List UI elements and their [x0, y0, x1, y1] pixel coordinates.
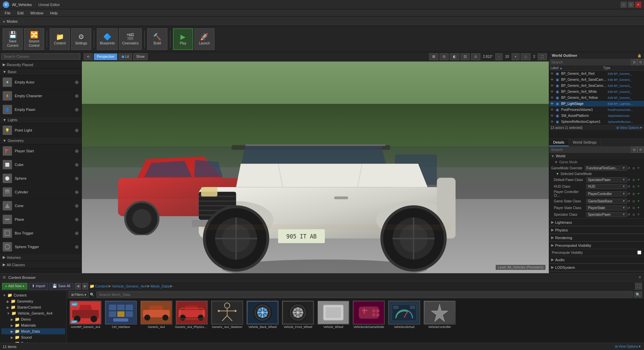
show-button[interactable]: Show — [133, 53, 148, 60]
precomputed-vis-header[interactable]: ▶ Precomputed Visibility — [549, 242, 644, 249]
save-all-button[interactable]: 💾 Save All — [49, 283, 73, 290]
bp-red-edit[interactable]: Edit BP_Generic_ — [608, 72, 643, 75]
launch-button[interactable]: 🚀 Launch — [194, 28, 214, 50]
asset-back-wheel[interactable]: Vehicle_Back_Wheel — [246, 301, 279, 341]
outliner-search-input[interactable] — [549, 59, 631, 65]
vp-grid-up[interactable]: + — [512, 53, 520, 60]
asset-adv-game-mode[interactable]: VehicleAdvGameMode — [352, 301, 385, 341]
asset-front-wheel[interactable]: Vehicle_Front_Wheel — [281, 301, 315, 341]
folder-geometry[interactable]: ▶ 📁 Geometry — [1, 298, 65, 304]
asset-search-btn[interactable]: 🔍 — [634, 292, 642, 298]
asset-search-input[interactable] — [97, 292, 633, 298]
details-settings-btn[interactable]: ⚙ — [637, 147, 644, 153]
cone-item[interactable]: Cone ⊕ — [0, 199, 82, 213]
world-settings-tab[interactable]: World Settings — [569, 139, 601, 146]
player-controller-value[interactable]: PlayerController ▼ — [586, 191, 627, 196]
hud-browse[interactable]: ⊙ — [632, 185, 637, 188]
plane-item[interactable]: Plane ⊕ — [0, 213, 82, 226]
vp-icon-1[interactable]: ⊞ — [429, 53, 438, 60]
details-tab[interactable]: Details — [549, 139, 569, 146]
menu-file[interactable]: File — [1, 10, 14, 16]
blueprints-button[interactable]: 🔷 Blueprints — [97, 28, 118, 50]
empty-actor-item[interactable]: ✦ Empty Actor ⊕ — [0, 75, 82, 89]
col-type-header[interactable]: Type — [603, 66, 643, 70]
search-classes-input[interactable] — [1, 53, 80, 59]
asset-skeleton[interactable]: Generic_4x4_Skeleton — [210, 301, 244, 341]
folder-demo[interactable]: ▶ 📁 Demo — [1, 316, 65, 322]
game-mode-header[interactable]: ▼ Game Mode — [549, 160, 644, 165]
hud-add[interactable]: + — [637, 184, 642, 189]
lightmass-header[interactable]: ▶ Lightmass — [549, 219, 644, 226]
outliner-row-bp-sea[interactable]: 👁 ▣ BP_Generic_4x4_SeaCamouf... Edit BP_… — [549, 83, 644, 89]
source-control-button[interactable]: 🔀 Source Control — [24, 28, 44, 50]
gs-add[interactable]: + — [637, 199, 642, 203]
asset-physics[interactable]: Generic_4x4_PhysicsAsset — [175, 301, 208, 341]
physics-header[interactable]: ▶ Physics — [549, 226, 644, 234]
platform-edit[interactable]: StaticMeshActor — [608, 114, 643, 118]
gamemode-add-btn[interactable]: + — [637, 166, 642, 170]
basic-section-header[interactable]: ▼ Basic — [0, 68, 82, 75]
add-new-button[interactable]: + Add New ▾ — [2, 283, 27, 290]
asset-vehicle-wheel[interactable]: Vehicle_Wheel — [317, 301, 350, 341]
details-search-btn[interactable]: ⊞ — [631, 147, 637, 153]
pc-reset[interactable]: ↺ — [627, 192, 632, 196]
dp-browse[interactable]: ⊙ — [632, 178, 637, 182]
vp-scale-down[interactable]: - — [495, 53, 502, 60]
gs-browse[interactable]: ⊙ — [632, 199, 637, 203]
pc-add[interactable]: + — [637, 191, 642, 196]
perspective-button[interactable]: Perspective — [94, 53, 117, 60]
asset-anim-bp[interactable]: ABP ABP AnimBP_Generic_4x4 — [69, 301, 102, 341]
spectator-value[interactable]: SpectatorPawn ▼ — [586, 212, 627, 217]
vp-fullscreen[interactable]: ⛶ — [538, 53, 547, 60]
rendering-header[interactable]: ▶ Rendering — [549, 234, 644, 241]
vp-icon-3[interactable]: ◐ — [450, 53, 459, 60]
hud-value[interactable]: HUD ▼ — [586, 184, 627, 189]
empty-pawn-item[interactable]: 👤 Empty Pawn ⊕ — [0, 103, 82, 117]
cinematics-button[interactable]: 🎬 Cinematics — [119, 28, 141, 50]
cb-close-btn[interactable]: ✕ — [638, 275, 641, 280]
content-button[interactable]: 📁 Content — [50, 28, 70, 50]
sphere-cap-edit[interactable]: SphereReflection... — [608, 120, 643, 124]
pc-browse[interactable]: ⊙ — [632, 192, 637, 196]
gamemode-reset-btn[interactable]: ↺ — [627, 166, 632, 170]
ps-browse[interactable]: ⊙ — [632, 206, 637, 210]
ps-reset[interactable]: ↺ — [627, 206, 632, 210]
cb-back-btn[interactable]: ◀ — [75, 283, 81, 290]
vp-cam-btn[interactable]: 🎥 — [521, 53, 530, 60]
spec-reset[interactable]: ↺ — [627, 213, 632, 216]
postprocess-edit[interactable]: PostProcessVolu... — [608, 108, 643, 112]
hud-reset[interactable]: ↺ — [627, 185, 632, 188]
viewport-transform-button[interactable]: ⟲ — [84, 53, 93, 60]
folder-mesh-data[interactable]: ▶ 📁 Mesh_Data — [1, 328, 65, 334]
game-state-value[interactable]: GameStateBase ▼ — [586, 199, 627, 204]
build-button[interactable]: 🔨 Build — [147, 28, 167, 50]
outliner-row-bp-red[interactable]: 👁 ▣ BP_Generic_4x4_Red Edit BP_Generic_ — [549, 71, 644, 77]
settings-button[interactable]: ⚙ Settings — [71, 28, 91, 50]
lights-section-header[interactable]: ▼ Lights — [0, 117, 82, 124]
menu-window[interactable]: Window — [27, 10, 47, 16]
menu-help[interactable]: Help — [47, 10, 61, 16]
volumes-section-header[interactable]: ▶ Volumes — [0, 254, 82, 261]
audio-header[interactable]: ▶ Audio — [549, 256, 644, 264]
maximize-button[interactable]: □ — [628, 2, 634, 8]
folder-materials[interactable]: ▶ 📁 Materials — [1, 322, 65, 328]
outliner-row-bp-white[interactable]: 👁 ▣ BP_Generic_4x4_White Edit BP_Generic… — [549, 89, 644, 95]
bp-sea-edit[interactable]: Edit BP_Generic_ — [608, 84, 643, 88]
precomp-vis-checkbox[interactable] — [637, 250, 641, 254]
outliner-search-btn[interactable]: ⊞ — [631, 59, 637, 65]
point-light-item[interactable]: 💡 Point Light ⊕ — [0, 124, 82, 137]
filters-button[interactable]: ⊞ Filters ▾ — [69, 292, 89, 298]
nav-content[interactable]: Content — [95, 284, 108, 288]
col-label-header[interactable]: Label ▲ — [550, 66, 603, 70]
asset-generic-4x4[interactable]: Generic_4x4 — [140, 301, 173, 341]
ps-add[interactable]: + — [637, 205, 642, 210]
cb-forward-btn[interactable]: ▶ — [82, 283, 88, 290]
asset-ctrl-interface[interactable]: Ctrl_Interface — [104, 301, 138, 341]
box-trigger-item[interactable]: Box Trigger ⊕ — [0, 226, 82, 240]
dp-add[interactable]: + — [637, 177, 642, 182]
nav-vehicle[interactable]: Vehicle_Generic_4x4 — [112, 284, 147, 288]
vp-icon-2[interactable]: ⊙ — [440, 53, 449, 60]
outliner-row-bp-sand[interactable]: 👁 ▣ BP_Generic_4x4_SandCamouf... Edit BP… — [549, 77, 644, 83]
dp-reset[interactable]: ↺ — [627, 178, 632, 182]
outliner-row-lightstage[interactable]: 👁 ▣ BP_LightStage Edit BP_LightStu... — [549, 101, 644, 107]
